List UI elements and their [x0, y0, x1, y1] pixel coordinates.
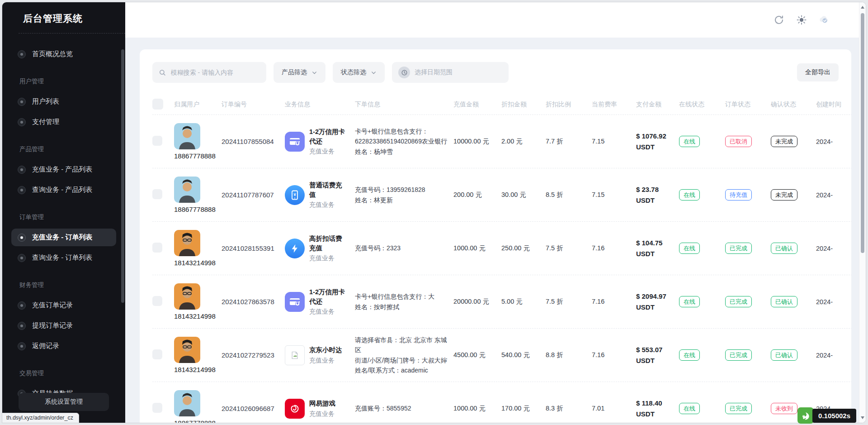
clock-icon [398, 67, 410, 78]
pay-amount: $ 2094.97USDT [636, 291, 679, 312]
product-category: 充值业务 [309, 148, 348, 156]
svg-text:¥: ¥ [293, 192, 296, 196]
recharge-amount: 1000.00 元 [453, 244, 501, 253]
row-checkbox[interactable] [152, 189, 162, 199]
table-row: 18143214998 20241027279523 京东小时达 充值业务 [152, 328, 851, 382]
order-number: 20241026096687 [222, 405, 285, 412]
select-all-checkbox[interactable] [152, 99, 163, 110]
load-time-text: 0.105002s [812, 409, 856, 423]
sidebar-scrollbar-thumb[interactable] [121, 49, 124, 303]
pay-amount: $ 23.78USDT [636, 184, 679, 205]
confirm-status-badge: 已确认 [771, 349, 797, 361]
fee-rate: 7.01 [592, 404, 636, 414]
sidebar-item-rebate-records[interactable]: 返佣记录 [11, 337, 116, 355]
product-name: 1-2万信用卡代还 [309, 127, 348, 146]
sidebar-item-recharge-products[interactable]: 充值业务 - 产品列表 [11, 161, 116, 178]
sync-check-icon[interactable] [819, 14, 830, 25]
created-time: 2024- [816, 352, 851, 359]
search-input[interactable] [171, 69, 260, 76]
sidebar-item-user-list[interactable]: 用户列表 [11, 93, 116, 110]
status-filter-dropdown[interactable]: 状态筛选 [333, 62, 385, 83]
credit-card-icon [285, 292, 305, 312]
record-icon [18, 186, 26, 194]
user-phone: 18867778888 [174, 205, 216, 213]
avatar [174, 123, 200, 149]
created-time: 2024- [816, 138, 851, 145]
filter-bar: 产品筛选 状态筛选 选择日期范围 [152, 62, 839, 83]
created-time: 2024- [816, 298, 851, 306]
system-settings-button[interactable]: 系统设置管理 [19, 393, 109, 411]
orders-table: 归属用户 订单编号 业务信息 下单信息 充值金额 折扣金额 折扣比例 当前费率 … [152, 95, 851, 423]
product-name: 高折扣话费充值 [309, 234, 348, 253]
avatar [174, 230, 200, 256]
avatar [174, 177, 200, 203]
row-checkbox[interactable] [152, 296, 162, 306]
user-phone: 18143214998 [174, 259, 216, 267]
scroll-down-arrow-icon[interactable] [861, 416, 864, 419]
sidebar-nav: 首页概况总览 用户管理 用户列表 支付管理 产品管理 充值业务 - 产品列表 查… [2, 33, 125, 402]
discount-amount: 540.00 元 [501, 350, 546, 360]
record-icon [18, 254, 26, 262]
order-number: 20241107855084 [222, 138, 285, 145]
record-icon [18, 301, 26, 310]
online-status-badge: 在线 [679, 403, 700, 415]
recharge-amount: 200.00 元 [453, 190, 501, 200]
netease-icon [285, 399, 305, 419]
product-name: 1-2万信用卡代还 [309, 287, 348, 306]
row-checkbox[interactable] [152, 403, 162, 413]
confirm-status-badge: 未收到 [771, 403, 797, 415]
avatar [174, 283, 200, 310]
export-all-button[interactable]: 全部导出 [797, 63, 839, 81]
app-window: 后台管理系统 首页概况总览 用户管理 用户列表 支付管理 产品管理 充值业务 -… [2, 2, 866, 423]
sidebar-item-recharge-records[interactable]: 充值订单记录 [11, 296, 116, 314]
search-icon [159, 68, 166, 77]
product-filter-dropdown[interactable]: 产品筛选 [274, 62, 326, 83]
row-checkbox[interactable] [152, 349, 162, 359]
sidebar-item-recharge-orders[interactable]: 充值业务 - 订单列表 [11, 229, 116, 246]
sidebar-item-withdraw-records[interactable]: 提现订单记录 [11, 317, 116, 334]
record-icon [18, 166, 26, 174]
page-load-time-badge[interactable]: 0.105002s [797, 407, 856, 424]
sidebar-item-query-orders[interactable]: 查询业务 - 订单列表 [11, 249, 116, 267]
sidebar-item-query-products[interactable]: 查询业务 - 产品列表 [11, 181, 116, 199]
chevron-down-icon [311, 70, 317, 76]
theme-brightness-icon[interactable] [796, 14, 807, 25]
online-status-badge: 在线 [679, 243, 700, 254]
order-info: 卡号+银行信息包含支行：大姓名：按时擦拭 [355, 291, 453, 312]
product-category: 充值业务 [309, 410, 335, 418]
user-phone: 18143214998 [174, 366, 216, 373]
search-input-wrap [152, 62, 266, 83]
user-phone: 18867778888 [174, 419, 216, 423]
table-row: 18143214998 20241027863578 1-2万信用卡代还 充值业… [152, 275, 851, 328]
order-status-badge: 待充值 [725, 189, 752, 201]
confirm-status-badge: 已确认 [771, 243, 797, 254]
sidebar-item-payment-mgmt[interactable]: 支付管理 [11, 113, 116, 131]
discount-amount: 250.00 元 [501, 244, 546, 253]
sidebar: 后台管理系统 首页概况总览 用户管理 用户列表 支付管理 产品管理 充值业务 -… [2, 2, 125, 423]
date-range-picker[interactable]: 选择日期范围 [392, 62, 509, 83]
sidebar-item-dashboard[interactable]: 首页概况总览 [11, 45, 116, 63]
order-info: 充值号码：2323 [355, 243, 453, 253]
discount-rate: 7.5 折 [546, 244, 592, 253]
confirm-status-badge: 未完成 [771, 136, 797, 148]
product-name: 京东小时达 [309, 345, 342, 355]
main-area: 产品筛选 状态筛选 选择日期范围 [125, 2, 866, 423]
app-title: 后台管理系统 [2, 2, 125, 33]
recharge-amount: 10000.00 元 [453, 137, 501, 147]
row-checkbox[interactable] [152, 136, 162, 146]
vertical-scrollbar [859, 2, 866, 423]
discount-rate: 7.5 折 [546, 297, 592, 307]
refresh-icon[interactable] [774, 14, 784, 25]
discount-amount: 5.00 元 [501, 297, 546, 307]
product-category: 充值业务 [309, 308, 348, 316]
link-preview-statusbar: th.dsyl.xyz/admin/order_cz [2, 413, 79, 423]
table-header: 归属用户 订单编号 业务信息 下单信息 充值金额 折扣金额 折扣比例 当前费率 … [152, 95, 851, 115]
order-number: 20241027863578 [222, 298, 285, 306]
scrollbar-thumb[interactable] [861, 13, 864, 253]
broken-image-icon [285, 345, 305, 365]
order-info: 充值号码：13959261828姓名：林更新 [355, 185, 453, 205]
discount-amount: 2.00 元 [501, 137, 546, 147]
sidebar-section-users: 用户管理 [2, 66, 125, 90]
scroll-up-arrow-icon[interactable] [861, 6, 864, 9]
row-checkbox[interactable] [152, 243, 162, 253]
